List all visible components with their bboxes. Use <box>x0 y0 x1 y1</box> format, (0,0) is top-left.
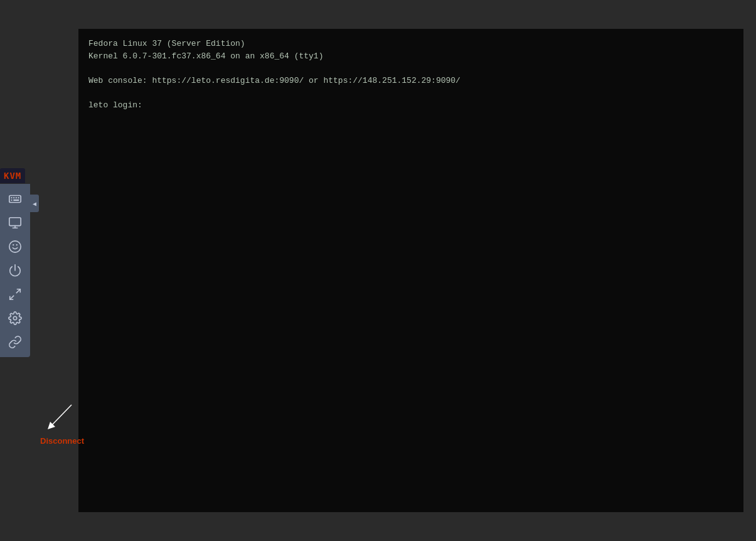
kvm-label: KVM <box>0 168 25 183</box>
disconnect-label: Disconnect <box>40 436 84 446</box>
terminal-screen[interactable]: Fedora Linux 37 (Server Edition) Kernel … <box>78 29 743 512</box>
svg-point-15 <box>13 316 17 320</box>
svg-line-16 <box>51 405 72 426</box>
sidebar-item-power[interactable] <box>4 259 26 282</box>
svg-line-14 <box>10 296 14 299</box>
sidebar-item-emoji[interactable] <box>4 235 26 258</box>
sidebar-item-keyboard[interactable] <box>4 188 26 210</box>
sidebar-item-settings[interactable] <box>4 307 26 329</box>
svg-rect-0 <box>9 196 21 203</box>
sidebar-item-disconnect[interactable] <box>4 331 26 353</box>
svg-point-10 <box>9 241 21 252</box>
sidebar <box>0 184 30 357</box>
svg-rect-7 <box>9 218 21 226</box>
terminal-content: Fedora Linux 37 (Server Edition) Kernel … <box>88 38 733 111</box>
disconnect-arrow-icon <box>40 402 78 433</box>
chevron-left-icon: ◀ <box>33 200 36 207</box>
disconnect-tooltip: Disconnect <box>40 402 84 446</box>
collapse-sidebar-button[interactable]: ◀ <box>30 195 39 212</box>
svg-line-13 <box>16 289 20 293</box>
sidebar-item-fullscreen[interactable] <box>4 283 26 306</box>
sidebar-item-display[interactable] <box>4 212 26 234</box>
